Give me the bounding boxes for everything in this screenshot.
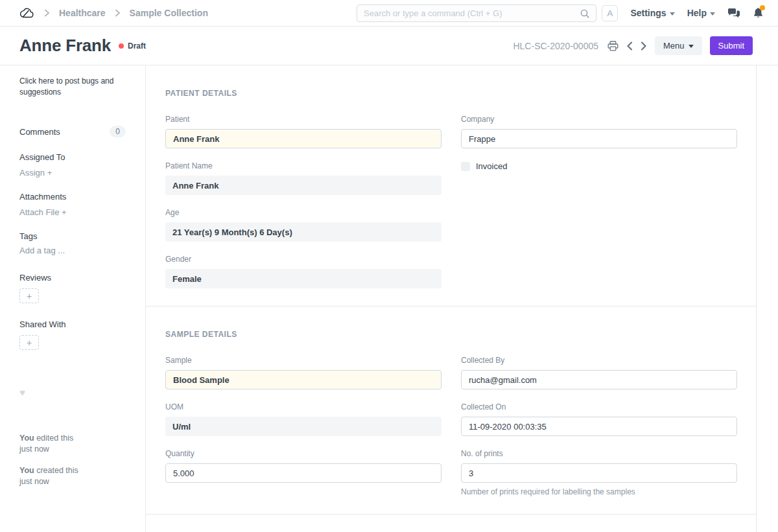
help-menu[interactable]: Help — [687, 8, 715, 18]
gender-value: Female — [165, 269, 442, 288]
field-patient: Patient — [165, 115, 442, 148]
field-collected-by: Collected By — [461, 356, 737, 389]
patient-name-value: Anne Frank — [165, 176, 442, 195]
notification-badge — [760, 5, 765, 10]
field-label: Age — [165, 208, 442, 217]
form-body: PATIENT DETAILS Patient Patient Name Ann… — [146, 65, 757, 532]
status-badge: Draft — [128, 41, 146, 51]
assigned-to-label: Assigned To — [19, 152, 126, 162]
sample-input[interactable] — [165, 370, 442, 389]
settings-label: Settings — [630, 8, 666, 18]
add-review-button[interactable]: + — [19, 288, 39, 303]
history-time: just now — [19, 445, 49, 454]
history-edited: You edited this just now — [19, 433, 126, 455]
field-label: Collected By — [461, 356, 737, 365]
comments-count-badge: 0 — [110, 126, 126, 137]
notifications-bell-icon[interactable] — [753, 7, 764, 19]
help-label: Help — [687, 8, 707, 18]
section-sample-details: SAMPLE DETAILS Sample UOM U/ml Quantity — [146, 306, 756, 514]
add-tag-input[interactable]: Add a tag ... — [19, 246, 126, 255]
uom-value: U/ml — [165, 417, 442, 436]
history-actor: You — [19, 434, 34, 443]
post-bugs-link[interactable]: Click here to post bugs and suggestions — [19, 76, 126, 98]
attach-file-button[interactable]: Attach File + — [19, 207, 126, 217]
field-label: No. of prints — [461, 449, 737, 458]
global-search — [357, 5, 596, 22]
field-age: Age 21 Year(s) 9 Month(s) 6 Day(s) — [165, 208, 442, 242]
field-gender: Gender Female — [165, 255, 442, 288]
shared-with-label: Shared With — [19, 319, 126, 329]
field-label: Sample — [165, 356, 442, 365]
menu-button[interactable]: Menu — [655, 36, 702, 55]
field-label: Collected On — [461, 402, 737, 411]
assign-button[interactable]: Assign + — [19, 168, 126, 178]
app-logo-cloud-icon[interactable] — [19, 6, 35, 19]
section-patient-details: PATIENT DETAILS Patient Patient Name Ann… — [146, 65, 756, 306]
form-sidebar: Click here to post bugs and suggestions … — [0, 65, 146, 532]
navbar: Healthcare Sample Collection A Settings … — [0, 0, 778, 27]
page-head: Anne Frank Draft HLC-SC-2020-00005 — [0, 27, 778, 65]
field-quantity: Quantity — [165, 449, 442, 483]
share-button[interactable]: + — [19, 335, 39, 350]
chevron-down-icon — [689, 45, 694, 48]
field-patient-name: Patient Name Anne Frank — [165, 161, 442, 195]
no-of-prints-input[interactable] — [461, 463, 737, 483]
field-no-of-prints: No. of prints Number of prints required … — [461, 449, 737, 496]
submit-button[interactable]: Submit — [710, 36, 753, 55]
global-search-input[interactable] — [364, 8, 580, 18]
breadcrumb-healthcare[interactable]: Healthcare — [59, 8, 106, 18]
reviews-label: Reviews — [19, 273, 126, 283]
page-title: Anne Frank — [19, 36, 111, 56]
previous-document-icon[interactable] — [626, 41, 633, 51]
field-label: Gender — [165, 255, 442, 264]
right-margin — [757, 65, 778, 532]
print-icon[interactable] — [607, 41, 619, 51]
quantity-input[interactable] — [165, 463, 442, 483]
document-id: HLC-SC-2020-00005 — [513, 41, 598, 51]
section-heading: SAMPLE DETAILS — [165, 330, 737, 339]
breadcrumb-chevron-icon — [44, 9, 50, 17]
field-label: Patient Name — [165, 161, 442, 170]
field-collected-on: Collected On — [461, 402, 737, 436]
history-created: You created this just now — [19, 465, 126, 487]
like-heart-icon[interactable]: ♥ — [19, 387, 126, 398]
draft-dot-icon — [119, 43, 124, 49]
company-input[interactable] — [461, 129, 737, 148]
field-uom: UOM U/ml — [165, 402, 442, 436]
field-company: Company — [461, 115, 737, 148]
patient-input[interactable] — [165, 129, 442, 148]
collected-by-input[interactable] — [461, 370, 737, 389]
chevron-down-icon — [670, 12, 675, 16]
user-avatar[interactable]: A — [602, 5, 618, 21]
invoiced-checkbox[interactable] — [461, 162, 470, 171]
section-heading: PATIENT DETAILS — [165, 89, 737, 98]
section-collection-details: Collection Details — [146, 514, 756, 532]
breadcrumb-sample-collection[interactable]: Sample Collection — [130, 8, 208, 18]
field-label: UOM — [165, 402, 442, 411]
attachments-label: Attachments — [19, 192, 126, 202]
field-invoiced: Invoiced — [461, 161, 737, 171]
invoiced-label: Invoiced — [476, 161, 507, 171]
field-label: Quantity — [165, 449, 442, 458]
chevron-down-icon — [710, 12, 715, 16]
comments-label: Comments — [19, 127, 60, 137]
next-document-icon[interactable] — [641, 41, 647, 51]
field-label: Company — [461, 115, 737, 124]
field-sample: Sample — [165, 356, 442, 389]
tags-label: Tags — [19, 231, 126, 241]
collected-on-input[interactable] — [461, 417, 737, 436]
history-action: created this — [36, 466, 78, 475]
search-icon — [580, 9, 589, 18]
field-description: Number of prints required for labelling … — [461, 487, 737, 496]
chat-icon[interactable] — [727, 8, 740, 19]
history-time: just now — [19, 477, 49, 486]
age-value: 21 Year(s) 9 Month(s) 6 Day(s) — [165, 222, 442, 242]
breadcrumb-chevron-icon — [115, 9, 121, 17]
sample-collection-page: Healthcare Sample Collection A Settings … — [0, 0, 778, 532]
settings-menu[interactable]: Settings — [630, 8, 674, 18]
menu-button-label: Menu — [663, 41, 685, 51]
history-action: edited this — [36, 434, 73, 443]
status-indicator: Draft — [119, 41, 146, 51]
field-label: Patient — [165, 115, 442, 124]
history-actor: You — [19, 466, 34, 475]
